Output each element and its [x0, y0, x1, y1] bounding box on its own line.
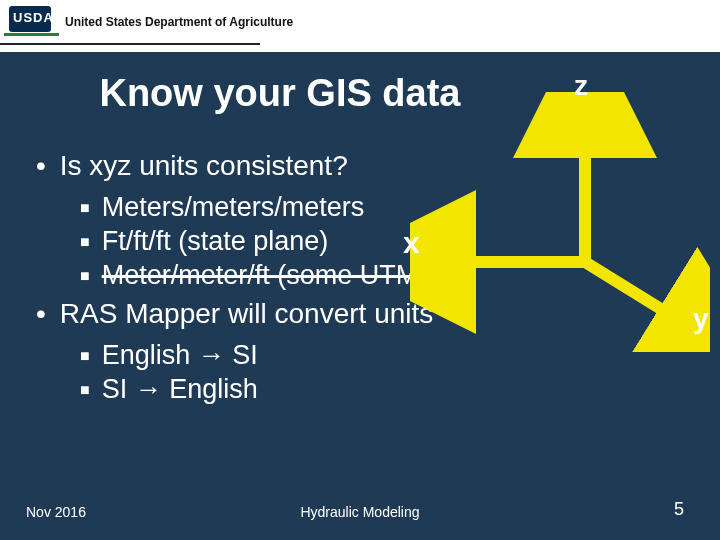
logo-text: USDA — [13, 10, 54, 25]
axis-x-label: x — [403, 226, 420, 260]
svg-line-2 — [585, 262, 690, 327]
bullet-level2: SI → English — [80, 373, 576, 407]
axis-z-label: z — [574, 70, 588, 102]
xyz-axes-icon — [410, 92, 710, 352]
strikethrough-text: Meter/meter/ft (some UTM) — [102, 260, 428, 290]
slide: USDA United States Department of Agricul… — [0, 0, 720, 540]
axis-y-label: y — [693, 303, 709, 335]
department-name: United States Department of Agriculture — [65, 15, 293, 29]
header-underline — [0, 43, 260, 45]
header-bar: USDA United States Department of Agricul… — [0, 0, 720, 52]
usda-logo: USDA — [4, 6, 59, 44]
page-number: 5 — [674, 499, 684, 520]
footer-title: Hydraulic Modeling — [0, 504, 720, 520]
